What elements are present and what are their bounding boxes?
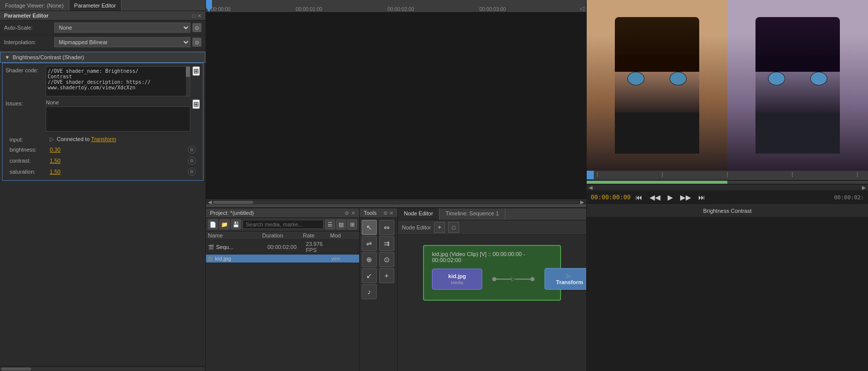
project-settings-icon[interactable]: ⚙ [345,210,349,216]
proj-save-btn[interactable]: 💾 [231,219,241,229]
brightness-value[interactable]: 0.30 [50,147,60,153]
shader-code-scrollbar[interactable] [186,67,190,96]
node-media[interactable]: kid.jpg Media [432,269,482,290]
proj-new-btn[interactable]: 📄 [208,219,218,229]
proj-folder-btn[interactable]: 📁 [220,219,230,229]
col-mod-header[interactable]: Mod [330,232,357,238]
clip-container: kid.jpg (Video Clip) [V] :: 00:00:00:00 … [423,245,561,301]
project-row-sequence[interactable]: 🎬 Sequ... 00:00:02:00 23.976 FPS [206,240,359,255]
transport-play-btn[interactable]: ▶ [666,192,675,202]
transport-skip-end-btn[interactable]: ⏭ [696,192,707,202]
tool-zoom-add-btn[interactable]: ⊕ [362,252,377,267]
tool-audio-btn[interactable]: ♪ [362,284,377,299]
param-editor-scroll[interactable]: Auto-Scale: None ⊙ Interpolation: Mipmap… [0,21,205,366]
brightness-row: brightness: 0.30 ⊙ [6,144,200,155]
tool-zoom-btn[interactable]: ⊙ [379,252,394,267]
transform-prefix: ▷ [567,273,571,279]
shader-code-scrollbar-thumb [186,67,190,77]
tools-title-icons: ⚙ ✕ [383,210,393,216]
param-editor-hscroll[interactable] [0,366,205,371]
conn1-line2 [515,279,530,280]
project-title-bar: Project: *(untitled) ⚙ ✕ [206,208,359,218]
col-duration-header[interactable]: Duration [262,232,303,238]
node-editor-expand-btn[interactable]: □ [448,222,459,233]
tools-title: Tools [364,210,377,216]
project-view-btns: ☰ ▤ ⊞ [325,219,357,229]
param-editor-close-icon[interactable]: ✕ [197,13,201,19]
project-search-input[interactable] [243,220,323,229]
issues-box[interactable] [46,106,190,132]
sequence-duration: 00:00:02:00 [267,244,306,250]
issues-none-text: None [46,99,190,105]
contrast-value[interactable]: 1.50 [50,158,60,164]
bc-section-header[interactable]: ▼ Brightness/Contrast (Shader) [0,52,205,63]
node-transform[interactable]: ▷ Transform [545,268,586,290]
tool-razor-btn[interactable]: ↙ [362,268,377,283]
shader-code-edit-btn[interactable]: ⊞ [192,66,200,76]
tools-settings-icon[interactable]: ⚙ [383,210,388,216]
interpolation-icon-btn[interactable]: ⊙ [192,38,201,47]
node-editor-add-btn[interactable]: + [434,222,445,233]
node-media-label: kid.jpg [441,273,474,279]
preview-scroll-left[interactable]: ◀ [589,185,593,190]
input-transform-link[interactable]: Transform [91,136,116,142]
preview-ruler-2: | [727,172,728,177]
project-row-kidjpg[interactable]: 🖼 kid.jpg ven [206,255,359,263]
tab-parameter-editor[interactable]: Parameter Editor [69,0,122,11]
brightness-keyframe-btn[interactable]: ⊙ [188,146,196,154]
top-tab-bar: Footage Viewer: (None) Parameter Editor [0,0,205,11]
project-close-icon[interactable]: ✕ [351,210,355,216]
saturation-keyframe-btn[interactable]: ⊙ [188,168,196,176]
nodes-row: kid.jpg Media ▷ [432,268,552,290]
contrast-keyframe-btn[interactable]: ⊙ [188,157,196,165]
shader-code-box[interactable]: //OVE shader_name: Brightness/Contrast//… [46,66,190,96]
preview-bottom-label: Brightness Contrast [587,204,868,217]
timeline-zoom-btn[interactable]: ◁ [580,5,584,12]
param-editor-resize-icon[interactable]: □ [192,13,195,19]
timeline-top: 00:00:00 00:00:01:00 00:00:02:00 00:00:0… [206,0,586,208]
node-editor-bar-title: Node Editor [402,224,431,230]
proj-detail-view-btn[interactable]: ▤ [336,219,346,229]
tools-title-bar: Tools ⚙ ✕ [360,208,397,218]
col-name-header[interactable]: Name [208,232,262,238]
node-media-sublabel: Media [441,280,474,285]
timeline-scroll-track[interactable] [213,201,579,204]
ruler-marks: 00:00:00 00:00:01:00 00:00:02:00 00:00:0… [211,7,581,12]
auto-scale-icon-btn[interactable]: ⊙ [192,23,201,32]
proj-list-view-btn[interactable]: ☰ [325,219,335,229]
tools-close-icon[interactable]: ✕ [389,210,393,216]
tab-footage-viewer[interactable]: Footage Viewer: (None) [0,0,69,11]
node-transform-label: Transform [556,279,583,285]
issues-edit-btn[interactable]: ⊞ [192,99,200,109]
auto-scale-select[interactable]: None [54,23,190,33]
preview-scroll-right[interactable]: ▶ [862,185,866,190]
tool-slide-btn[interactable]: ⇌ [362,236,377,251]
tab-timeline-sequence[interactable]: Timeline: Sequence 1 [440,208,505,220]
tool-add-btn[interactable]: + [379,268,394,283]
tab-node-editor[interactable]: Node Editor [398,208,440,220]
transport-skip-start-btn[interactable]: ⏮ [633,192,644,202]
timeline-resize-handle[interactable]: ⋯ [206,204,586,207]
preview-timeline-ruler: | | | | | [587,171,868,180]
param-editor-hscroll-thumb [1,367,31,370]
tool-slip-btn[interactable]: ⇉ [379,236,394,251]
auto-scale-row: Auto-Scale: None ⊙ [0,21,205,35]
contrast-label: contrast: [10,158,50,164]
param-editor-title: Parameter Editor [4,13,49,19]
transport-next-frame-btn[interactable]: ▶▶ [678,192,693,202]
col-rate-header[interactable]: Rate [303,232,330,238]
saturation-row: saturation: 1.50 ⊙ [6,166,200,177]
preview-area [587,0,868,171]
transport-prev-frame-btn[interactable]: ◀◀ [647,192,663,202]
preview-transport: 00:00:00:00 ⏮ ◀◀ ▶ ▶▶ ⏭ 00:00:02: [587,190,868,204]
tool-move-btn[interactable]: ⇔ [379,220,394,235]
node-editor-content: kid.jpg (Video Clip) [V] :: 00:00:00:00 … [398,235,586,371]
brightness-label: brightness: [10,147,50,153]
preview-ruler-4: | [856,172,858,177]
proj-grid-view-btn[interactable]: ⊞ [347,219,357,229]
saturation-value[interactable]: 1.50 [50,169,60,175]
preview-progress-bar[interactable] [587,181,868,184]
tool-select-btn[interactable]: ↖ [362,220,377,235]
timeline-ruler: 00:00:00 00:00:01:00 00:00:02:00 00:00:0… [206,0,586,13]
interpolation-select[interactable]: Mipmapped Bilinear [54,37,190,47]
